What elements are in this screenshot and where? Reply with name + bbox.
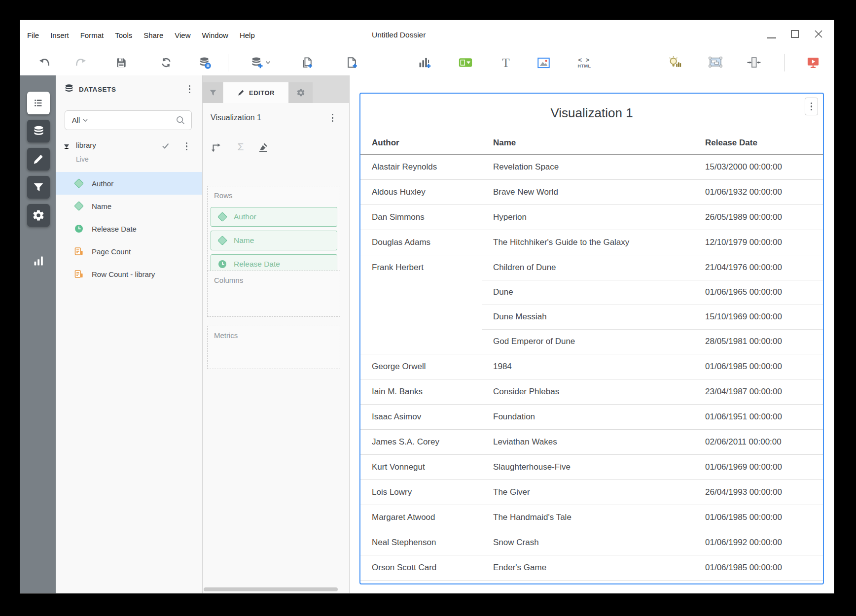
table-row[interactable]: Margaret Atwood The Handmaid's Tale 01/0…: [360, 505, 823, 530]
field-chip[interactable]: Name: [211, 231, 337, 250]
add-html-button[interactable]: < > HTML: [574, 56, 594, 69]
cell-name: Brave New World: [482, 180, 694, 205]
table-row[interactable]: Lois Lowry The Giver 26/04/1993 00:00:00: [360, 479, 823, 505]
add-image-button[interactable]: [536, 56, 550, 69]
fit-page-button[interactable]: [747, 56, 761, 69]
add-page-button[interactable]: [345, 56, 358, 69]
table-row[interactable]: Alastair Reynolds Revelation Space 15/03…: [360, 155, 823, 179]
table-row[interactable]: Aldous Huxley Brave New World 01/06/1932…: [360, 179, 823, 205]
totals-sigma-button[interactable]: Σ: [232, 138, 249, 155]
dataset-field[interactable]: Release Date: [56, 217, 202, 240]
table-row[interactable]: Orson Scott Card Ender's Game 01/06/1985…: [360, 555, 823, 580]
page-canvas: Visualization 1 Author Name Release Date…: [350, 75, 834, 594]
table-row[interactable]: James S.A. Corey Leviathan Wakes 02/06/2…: [360, 429, 823, 454]
visualization-menu-button[interactable]: [805, 98, 818, 115]
table-header-row: Author Name Release Date: [360, 132, 823, 155]
dataset-field[interactable]: Page Count: [56, 240, 202, 263]
insights-button[interactable]: [668, 56, 681, 69]
cell-name: Consider Phlebas: [482, 379, 694, 404]
cell-author: Margaret Atwood: [360, 505, 482, 530]
save-button[interactable]: [114, 56, 128, 69]
table-column-header[interactable]: Release Date: [694, 132, 823, 154]
field-chip[interactable]: Author: [211, 207, 337, 227]
search-button[interactable]: [176, 115, 185, 125]
table-row[interactable]: God Emperor of Dune 28/05/1981 00:00:00: [360, 329, 823, 354]
menu-item[interactable]: Insert: [49, 29, 71, 41]
dataset-status-icon: [198, 56, 212, 69]
sidebar-item-visualization-gallery[interactable]: [27, 249, 50, 272]
tab-filter[interactable]: [203, 82, 223, 103]
table-column-header[interactable]: Name: [482, 132, 694, 154]
columns-dropzone[interactable]: Columns: [207, 271, 340, 317]
menu-item[interactable]: Share: [142, 29, 165, 41]
dataset-status-button[interactable]: [198, 56, 212, 69]
datasets-menu-button[interactable]: [187, 83, 192, 95]
menu-item[interactable]: Tools: [113, 29, 134, 41]
table-row[interactable]: Dune 01/06/1965 00:00:00: [360, 280, 823, 305]
close-button[interactable]: [810, 24, 827, 44]
dataset-field[interactable]: Row Count - library: [56, 263, 202, 285]
menu-item[interactable]: Help: [238, 29, 256, 41]
menu-item[interactable]: Format: [79, 29, 106, 41]
sidebar-item-contents[interactable]: [27, 92, 50, 114]
visualization-title: Visualization 1: [360, 94, 823, 132]
search-filter-dropdown[interactable]: All: [65, 116, 91, 125]
menu-item[interactable]: Window: [201, 29, 230, 41]
sidebar-item-settings[interactable]: [27, 204, 50, 227]
visualization-card[interactable]: Visualization 1 Author Name Release Date…: [359, 93, 824, 584]
cell-name: Revelation Space: [482, 155, 694, 179]
rows-dropzone[interactable]: Rows Author: [207, 186, 340, 281]
cell-author: Douglas Adams: [360, 230, 482, 255]
cell-release-date: 15/03/2000 00:00:00: [694, 155, 823, 179]
table-row[interactable]: Peter F. Hamilton Pandora's Star 02/03/2…: [360, 580, 823, 584]
duplicate-page-button[interactable]: [300, 56, 314, 69]
cell-release-date: 01/06/1965 00:00:00: [694, 280, 823, 305]
metrics-dropzone[interactable]: Metrics: [207, 326, 340, 369]
menu-item[interactable]: File: [26, 29, 40, 41]
undo-button[interactable]: [38, 56, 52, 69]
dataset-field[interactable]: Author: [56, 172, 202, 195]
sidebar-item-edit[interactable]: [27, 148, 50, 171]
auto-arrange-button[interactable]: [709, 56, 722, 69]
table-row[interactable]: Iain M. Banks Consider Phlebas 23/04/198…: [360, 379, 823, 404]
editor-viz-menu-button[interactable]: [330, 112, 335, 124]
maximize-icon: [791, 30, 799, 38]
minimize-button[interactable]: [763, 24, 780, 44]
redo-button[interactable]: [73, 56, 87, 69]
table-row[interactable]: George Orwell 1984 01/06/1985 00:00:00: [360, 354, 823, 379]
scrollbar-thumb[interactable]: [204, 587, 338, 591]
table-row[interactable]: Douglas Adams The Hitchhiker's Guide to …: [360, 230, 823, 255]
cell-author: Aldous Huxley: [360, 180, 482, 205]
dataset-row[interactable]: library: [56, 138, 202, 154]
dataset-search[interactable]: All: [65, 110, 192, 130]
menu-item[interactable]: View: [173, 29, 192, 41]
editor-tab-label: EDITOR: [249, 89, 275, 97]
refresh-button[interactable]: [159, 56, 173, 69]
add-selector-button[interactable]: [459, 56, 472, 69]
present-button[interactable]: [806, 56, 820, 69]
dataset-field[interactable]: Name: [56, 195, 202, 217]
tab-editor[interactable]: EDITOR: [223, 82, 288, 103]
table-row[interactable]: Dune Messiah 15/10/1969 00:00:00: [360, 305, 823, 329]
table-row[interactable]: Neal Stephenson Snow Crash 01/06/1992 00…: [360, 530, 823, 555]
dataset-menu-button[interactable]: [184, 140, 189, 152]
swap-axes-button[interactable]: [208, 138, 224, 155]
tab-format[interactable]: [288, 82, 313, 103]
maximize-button[interactable]: [786, 24, 803, 44]
collapse-triangle-icon[interactable]: [64, 144, 69, 149]
sidebar-item-datasets[interactable]: [27, 120, 50, 142]
edit-pencil-icon: [237, 89, 245, 97]
add-visualization-button[interactable]: [418, 56, 431, 69]
sidebar-item-filter[interactable]: [27, 176, 50, 199]
dataset-fields-list: Author Name: [56, 172, 202, 285]
clear-eraser-button[interactable]: [255, 138, 272, 155]
table-row[interactable]: Kurt Vonnegut Slaughterhouse-Five 01/06/…: [360, 454, 823, 479]
table-column-header[interactable]: Author: [360, 132, 482, 154]
add-data-button[interactable]: [246, 56, 275, 69]
table-row[interactable]: Frank Herbert Children of Dune 21/04/197…: [360, 255, 823, 280]
cell-author: [360, 280, 482, 305]
table-row[interactable]: Dan Simmons Hyperion 26/05/1989 00:00:00: [360, 205, 823, 230]
add-text-button[interactable]: T: [499, 56, 513, 69]
table-row[interactable]: Isaac Asimov Foundation 01/06/1951 00:00…: [360, 404, 823, 429]
undo-icon: [38, 56, 51, 69]
